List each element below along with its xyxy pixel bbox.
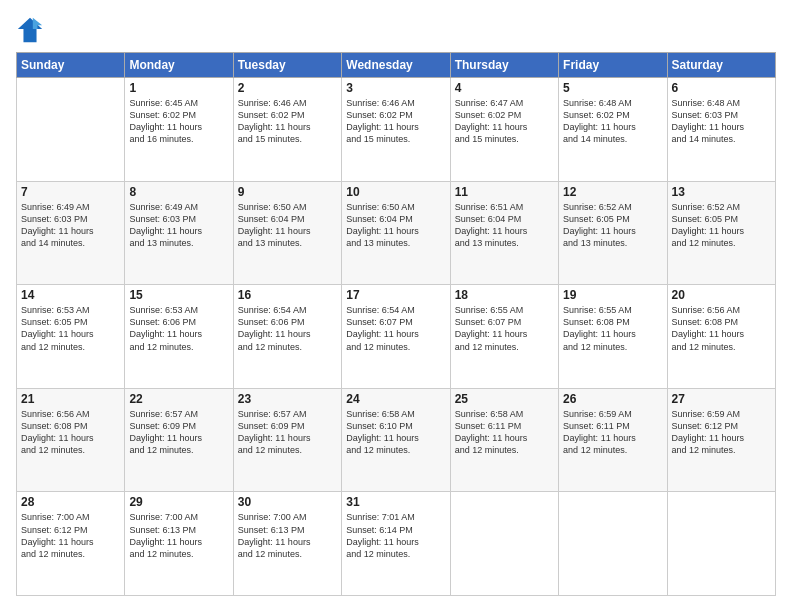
day-number: 15 bbox=[129, 288, 228, 302]
calendar-cell bbox=[17, 78, 125, 182]
calendar-cell: 4Sunrise: 6:47 AMSunset: 6:02 PMDaylight… bbox=[450, 78, 558, 182]
day-info: Sunrise: 6:55 AMSunset: 6:07 PMDaylight:… bbox=[455, 304, 554, 353]
calendar-cell bbox=[559, 492, 667, 596]
day-info: Sunrise: 6:48 AMSunset: 6:03 PMDaylight:… bbox=[672, 97, 771, 146]
day-number: 19 bbox=[563, 288, 662, 302]
calendar-cell: 28Sunrise: 7:00 AMSunset: 6:12 PMDayligh… bbox=[17, 492, 125, 596]
calendar-cell: 19Sunrise: 6:55 AMSunset: 6:08 PMDayligh… bbox=[559, 285, 667, 389]
calendar-cell bbox=[667, 492, 775, 596]
day-number: 9 bbox=[238, 185, 337, 199]
calendar-cell: 14Sunrise: 6:53 AMSunset: 6:05 PMDayligh… bbox=[17, 285, 125, 389]
calendar-cell: 15Sunrise: 6:53 AMSunset: 6:06 PMDayligh… bbox=[125, 285, 233, 389]
day-info: Sunrise: 7:00 AMSunset: 6:13 PMDaylight:… bbox=[129, 511, 228, 560]
day-number: 2 bbox=[238, 81, 337, 95]
day-info: Sunrise: 7:00 AMSunset: 6:12 PMDaylight:… bbox=[21, 511, 120, 560]
day-info: Sunrise: 6:46 AMSunset: 6:02 PMDaylight:… bbox=[346, 97, 445, 146]
day-info: Sunrise: 6:50 AMSunset: 6:04 PMDaylight:… bbox=[238, 201, 337, 250]
day-number: 21 bbox=[21, 392, 120, 406]
day-info: Sunrise: 6:51 AMSunset: 6:04 PMDaylight:… bbox=[455, 201, 554, 250]
day-info: Sunrise: 6:53 AMSunset: 6:05 PMDaylight:… bbox=[21, 304, 120, 353]
day-number: 12 bbox=[563, 185, 662, 199]
day-number: 16 bbox=[238, 288, 337, 302]
calendar-cell: 10Sunrise: 6:50 AMSunset: 6:04 PMDayligh… bbox=[342, 181, 450, 285]
day-info: Sunrise: 6:59 AMSunset: 6:11 PMDaylight:… bbox=[563, 408, 662, 457]
day-number: 14 bbox=[21, 288, 120, 302]
weekday-header-saturday: Saturday bbox=[667, 53, 775, 78]
day-info: Sunrise: 6:50 AMSunset: 6:04 PMDaylight:… bbox=[346, 201, 445, 250]
day-info: Sunrise: 6:48 AMSunset: 6:02 PMDaylight:… bbox=[563, 97, 662, 146]
day-number: 30 bbox=[238, 495, 337, 509]
calendar-cell: 27Sunrise: 6:59 AMSunset: 6:12 PMDayligh… bbox=[667, 388, 775, 492]
calendar-cell: 3Sunrise: 6:46 AMSunset: 6:02 PMDaylight… bbox=[342, 78, 450, 182]
day-info: Sunrise: 6:53 AMSunset: 6:06 PMDaylight:… bbox=[129, 304, 228, 353]
week-row-3: 14Sunrise: 6:53 AMSunset: 6:05 PMDayligh… bbox=[17, 285, 776, 389]
day-number: 23 bbox=[238, 392, 337, 406]
day-info: Sunrise: 6:57 AMSunset: 6:09 PMDaylight:… bbox=[238, 408, 337, 457]
svg-marker-1 bbox=[33, 18, 42, 29]
day-number: 10 bbox=[346, 185, 445, 199]
day-info: Sunrise: 6:52 AMSunset: 6:05 PMDaylight:… bbox=[672, 201, 771, 250]
week-row-5: 28Sunrise: 7:00 AMSunset: 6:12 PMDayligh… bbox=[17, 492, 776, 596]
day-info: Sunrise: 6:56 AMSunset: 6:08 PMDaylight:… bbox=[21, 408, 120, 457]
weekday-header-row: SundayMondayTuesdayWednesdayThursdayFrid… bbox=[17, 53, 776, 78]
calendar-cell: 1Sunrise: 6:45 AMSunset: 6:02 PMDaylight… bbox=[125, 78, 233, 182]
day-info: Sunrise: 6:54 AMSunset: 6:07 PMDaylight:… bbox=[346, 304, 445, 353]
day-number: 8 bbox=[129, 185, 228, 199]
calendar-cell: 25Sunrise: 6:58 AMSunset: 6:11 PMDayligh… bbox=[450, 388, 558, 492]
calendar-table: SundayMondayTuesdayWednesdayThursdayFrid… bbox=[16, 52, 776, 596]
day-number: 31 bbox=[346, 495, 445, 509]
calendar-cell: 13Sunrise: 6:52 AMSunset: 6:05 PMDayligh… bbox=[667, 181, 775, 285]
day-info: Sunrise: 6:45 AMSunset: 6:02 PMDaylight:… bbox=[129, 97, 228, 146]
day-number: 7 bbox=[21, 185, 120, 199]
day-number: 1 bbox=[129, 81, 228, 95]
day-info: Sunrise: 6:58 AMSunset: 6:10 PMDaylight:… bbox=[346, 408, 445, 457]
day-number: 25 bbox=[455, 392, 554, 406]
calendar-cell: 24Sunrise: 6:58 AMSunset: 6:10 PMDayligh… bbox=[342, 388, 450, 492]
day-info: Sunrise: 6:57 AMSunset: 6:09 PMDaylight:… bbox=[129, 408, 228, 457]
calendar-cell: 26Sunrise: 6:59 AMSunset: 6:11 PMDayligh… bbox=[559, 388, 667, 492]
day-number: 26 bbox=[563, 392, 662, 406]
day-number: 3 bbox=[346, 81, 445, 95]
week-row-4: 21Sunrise: 6:56 AMSunset: 6:08 PMDayligh… bbox=[17, 388, 776, 492]
calendar-cell: 23Sunrise: 6:57 AMSunset: 6:09 PMDayligh… bbox=[233, 388, 341, 492]
day-info: Sunrise: 6:49 AMSunset: 6:03 PMDaylight:… bbox=[21, 201, 120, 250]
calendar-cell: 9Sunrise: 6:50 AMSunset: 6:04 PMDaylight… bbox=[233, 181, 341, 285]
day-number: 17 bbox=[346, 288, 445, 302]
calendar-cell: 12Sunrise: 6:52 AMSunset: 6:05 PMDayligh… bbox=[559, 181, 667, 285]
weekday-header-tuesday: Tuesday bbox=[233, 53, 341, 78]
svg-marker-0 bbox=[18, 18, 42, 42]
day-number: 28 bbox=[21, 495, 120, 509]
day-info: Sunrise: 7:00 AMSunset: 6:13 PMDaylight:… bbox=[238, 511, 337, 560]
logo bbox=[16, 16, 48, 44]
day-info: Sunrise: 6:55 AMSunset: 6:08 PMDaylight:… bbox=[563, 304, 662, 353]
day-info: Sunrise: 6:49 AMSunset: 6:03 PMDaylight:… bbox=[129, 201, 228, 250]
weekday-header-monday: Monday bbox=[125, 53, 233, 78]
calendar-cell bbox=[450, 492, 558, 596]
day-number: 29 bbox=[129, 495, 228, 509]
calendar-cell: 20Sunrise: 6:56 AMSunset: 6:08 PMDayligh… bbox=[667, 285, 775, 389]
calendar-cell: 29Sunrise: 7:00 AMSunset: 6:13 PMDayligh… bbox=[125, 492, 233, 596]
calendar-cell: 2Sunrise: 6:46 AMSunset: 6:02 PMDaylight… bbox=[233, 78, 341, 182]
day-info: Sunrise: 6:47 AMSunset: 6:02 PMDaylight:… bbox=[455, 97, 554, 146]
calendar-cell: 31Sunrise: 7:01 AMSunset: 6:14 PMDayligh… bbox=[342, 492, 450, 596]
day-number: 24 bbox=[346, 392, 445, 406]
calendar-cell: 8Sunrise: 6:49 AMSunset: 6:03 PMDaylight… bbox=[125, 181, 233, 285]
day-info: Sunrise: 6:59 AMSunset: 6:12 PMDaylight:… bbox=[672, 408, 771, 457]
day-info: Sunrise: 6:56 AMSunset: 6:08 PMDaylight:… bbox=[672, 304, 771, 353]
day-info: Sunrise: 6:52 AMSunset: 6:05 PMDaylight:… bbox=[563, 201, 662, 250]
day-number: 4 bbox=[455, 81, 554, 95]
day-info: Sunrise: 6:58 AMSunset: 6:11 PMDaylight:… bbox=[455, 408, 554, 457]
calendar-cell: 6Sunrise: 6:48 AMSunset: 6:03 PMDaylight… bbox=[667, 78, 775, 182]
week-row-2: 7Sunrise: 6:49 AMSunset: 6:03 PMDaylight… bbox=[17, 181, 776, 285]
weekday-header-wednesday: Wednesday bbox=[342, 53, 450, 78]
calendar-cell: 17Sunrise: 6:54 AMSunset: 6:07 PMDayligh… bbox=[342, 285, 450, 389]
calendar-header: SundayMondayTuesdayWednesdayThursdayFrid… bbox=[17, 53, 776, 78]
weekday-header-thursday: Thursday bbox=[450, 53, 558, 78]
day-number: 27 bbox=[672, 392, 771, 406]
day-info: Sunrise: 6:54 AMSunset: 6:06 PMDaylight:… bbox=[238, 304, 337, 353]
day-number: 18 bbox=[455, 288, 554, 302]
calendar-cell: 22Sunrise: 6:57 AMSunset: 6:09 PMDayligh… bbox=[125, 388, 233, 492]
day-number: 11 bbox=[455, 185, 554, 199]
calendar-body: 1Sunrise: 6:45 AMSunset: 6:02 PMDaylight… bbox=[17, 78, 776, 596]
calendar-cell: 5Sunrise: 6:48 AMSunset: 6:02 PMDaylight… bbox=[559, 78, 667, 182]
